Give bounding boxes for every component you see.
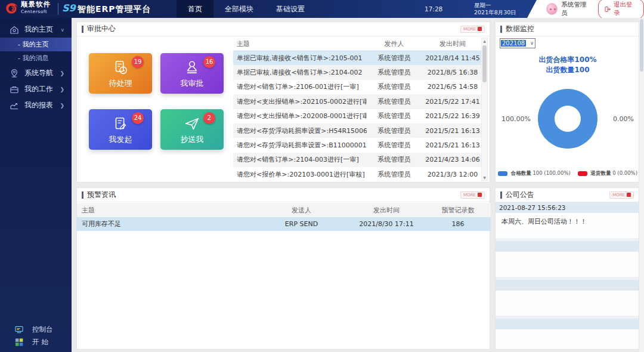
tab-home[interactable]: 首页 — [177, 0, 213, 18]
logout-button[interactable]: 退出登录 — [598, 0, 644, 19]
tile-my-approvals[interactable]: 我审批 16 — [160, 53, 224, 94]
pass-rate-stat: 出货合格率100% — [496, 55, 640, 65]
row-time: 2021/3/3 12:00 — [422, 171, 484, 178]
legend-item-pass[interactable]: 合格数量 100 (100.00%) — [498, 170, 571, 177]
tile-pending[interactable]: 待处理 19 — [89, 53, 152, 94]
table-row[interactable]: 单据已审核,请接收<销售订单>:2105-001 系统管理员 2021/8/14… — [233, 51, 484, 65]
announcement-item[interactable]: 2021-08-27 15:56:23 本周六、周日公司活动！！！ — [496, 202, 639, 238]
more-icon — [627, 193, 631, 197]
col-sent-time: 发出时间 — [348, 206, 425, 215]
row-time: 2021/4/23 14:06 — [422, 156, 484, 163]
table-row[interactable]: 请您对<存货浮动耗损率设置>:H54R15006002进行[审核] 系统管理员 … — [233, 123, 484, 138]
tile-badge: 19 — [132, 56, 144, 68]
announcement-content: 本周六、周日公司活动！！！ — [496, 213, 639, 238]
alerts-table: 主题 发送人 发出时间 预警记录数 可用库存不足 ERP SEND 2021/8… — [77, 203, 491, 231]
scroll-down-icon[interactable]: ▼ — [482, 175, 487, 180]
chevron-right-icon: ❯ — [60, 70, 64, 76]
donut-label-left: 100.00% — [501, 115, 531, 123]
tab-basic-settings[interactable]: 基础设置 — [265, 0, 316, 18]
console-icon — [14, 325, 24, 334]
row-subject: 请您对<报价单>:202103-0001进行[审核] — [233, 170, 367, 179]
tile-label: 待处理 — [89, 78, 152, 89]
row-time: 2021/5/22 16:39 — [422, 112, 484, 120]
logout-icon — [605, 6, 611, 13]
sidebar-footer: 控制台 开 始 — [0, 323, 72, 348]
product-logo: S9 — [62, 2, 76, 14]
alerts-title: 预警资讯 — [87, 190, 116, 200]
row-subject: 请您对<存货浮动耗损率设置>:B11000001进行[审核] — [233, 141, 367, 150]
table-row[interactable]: 请您对<销售订单>:2104-003进行[一审] 系统管理员 2021/4/23… — [233, 153, 484, 167]
tile-label: 我发起 — [89, 134, 152, 145]
data-monitor-header: 数据监控 — [496, 22, 639, 36]
row-subject: 请您对<销售订单>:2106-001进行[一审] — [233, 82, 367, 91]
table-row[interactable]: 请您对<销售订单>:2106-001进行[一审] 系统管理员 2021/6/5 … — [233, 80, 484, 94]
more-label: MORE — [612, 193, 625, 197]
row-sender: 系统管理员 — [367, 54, 422, 63]
console-item[interactable]: 控制台 — [0, 323, 72, 336]
user-avatar[interactable] — [546, 3, 558, 15]
table-row[interactable]: 单据已审核,请接收<销售订单>:2104-002 系统管理员 2021/8/5 … — [233, 65, 484, 79]
announcement-item[interactable] — [496, 280, 639, 316]
briefcase-icon — [10, 85, 19, 94]
row-sender: 系统管理员 — [367, 68, 422, 77]
donut-chart[interactable] — [538, 89, 597, 149]
legend-name: 退货数量 — [591, 170, 611, 176]
sidebar-item-my-home[interactable]: 我的主页 ∨ — [0, 21, 72, 38]
date-block: 星期一 2021年8月30日 — [474, 2, 516, 16]
topbar-user-zone: 系统管理员 退出登录 — [527, 0, 644, 18]
logout-label: 退出登录 — [614, 1, 637, 17]
row-time: 2021/8/14 11:45 — [422, 54, 484, 62]
approval-center-panel: 审批中心 MORE 待处理 19 — [76, 21, 490, 183]
tab-all-modules[interactable]: 全部模块 — [213, 0, 265, 18]
sidebar-item-my-work[interactable]: 我的工作 ❯ — [0, 81, 72, 97]
row-subject: 请您对<支出报销单>:202008-0001进行[审核] — [233, 112, 367, 121]
page-scrollbar-thumb[interactable] — [640, 19, 643, 72]
table-row[interactable]: 可用库存不足 ERP SEND 2021/8/30 17:11 186 — [77, 217, 491, 231]
approval-tiles: 待处理 19 我审批 16 我发起 24 — [89, 53, 226, 150]
table-row[interactable]: 请您对<存货浮动耗损率设置>:B11000001进行[审核] 系统管理员 202… — [233, 138, 484, 152]
announcement-content — [496, 252, 639, 277]
row-sender: 系统管理员 — [367, 112, 422, 121]
sidebar-item-my-reports[interactable]: 我的报表 ❯ — [0, 97, 72, 113]
start-icon — [14, 338, 24, 347]
approval-table-scrollbar[interactable]: ▲ ▼ — [481, 38, 488, 181]
row-subject: 单据已审核,请接收<销售订单>:2104-002 — [233, 68, 367, 77]
row-sender: 系统管理员 — [367, 82, 422, 91]
table-row[interactable]: 请您对<支出报销单>:202105-0002进行[审核] 系统管理员 2021/… — [233, 94, 484, 109]
sidebar-item-system-nav[interactable]: 系统导航 ❯ — [0, 65, 72, 81]
announcements-more-button[interactable]: MORE — [609, 192, 634, 199]
more-icon — [478, 27, 482, 31]
alerts-more-button[interactable]: MORE — [460, 192, 485, 199]
start-item[interactable]: 开 始 — [0, 336, 72, 348]
legend-item-return[interactable]: 退货数量 0 (0.00%) — [578, 170, 637, 177]
announcement-item[interactable] — [496, 241, 639, 277]
row-subject: 单据已审核,请接收<销售订单>:2105-001 — [233, 54, 367, 63]
approval-more-button[interactable]: MORE — [460, 26, 485, 33]
announcement-date — [496, 319, 639, 329]
approval-table: 主题 发件人 发出时间 单据已审核,请接收<销售订单>:2105-001 系统管… — [233, 38, 484, 182]
table-row[interactable]: 请您对<支出报销单>:202008-0001进行[审核] 系统管理员 2021/… — [233, 109, 484, 123]
scrollbar-thumb[interactable] — [482, 45, 487, 82]
chevron-right-icon: ❯ — [60, 103, 64, 109]
tile-label: 我审批 — [160, 78, 224, 89]
sidebar-item-label: 我的工作 — [24, 84, 53, 94]
announcements-header: 公司公告 MORE — [496, 188, 639, 202]
title-accent-bar — [82, 26, 83, 33]
announcement-item[interactable] — [496, 319, 639, 350]
row-time: 2021/8/5 16:38 — [422, 69, 484, 76]
brand-name-en: Centersoft — [21, 10, 51, 14]
row-subject: 请您对<存货浮动耗损率设置>:H54R15006002进行[审核] — [233, 126, 367, 135]
row-subject: 可用库存不足 — [77, 220, 255, 229]
page-scrollbar[interactable] — [639, 18, 644, 352]
tile-cc-to-me[interactable]: 抄送我 2 — [160, 109, 224, 150]
tile-initiated-by-me[interactable]: 我发起 24 — [89, 109, 152, 150]
row-count: 186 — [425, 220, 491, 228]
announcements-panel: 公司公告 MORE 2021-08-27 15:56:23 本周六、周日公司活动… — [495, 187, 639, 350]
table-row[interactable]: 请您对<报价单>:202103-0001进行[审核] 系统管理员 2021/3/… — [233, 167, 484, 181]
sidebar-subitem-my-home[interactable]: - 我的主页 — [0, 38, 72, 51]
row-sender: 系统管理员 — [367, 170, 422, 179]
period-select[interactable]: 202108 ∨ — [500, 38, 535, 48]
sidebar-subitem-my-messages[interactable]: - 我的消息 — [0, 51, 72, 65]
scroll-up-icon[interactable]: ▲ — [482, 39, 487, 43]
approval-center-title: 审批中心 — [87, 24, 116, 34]
